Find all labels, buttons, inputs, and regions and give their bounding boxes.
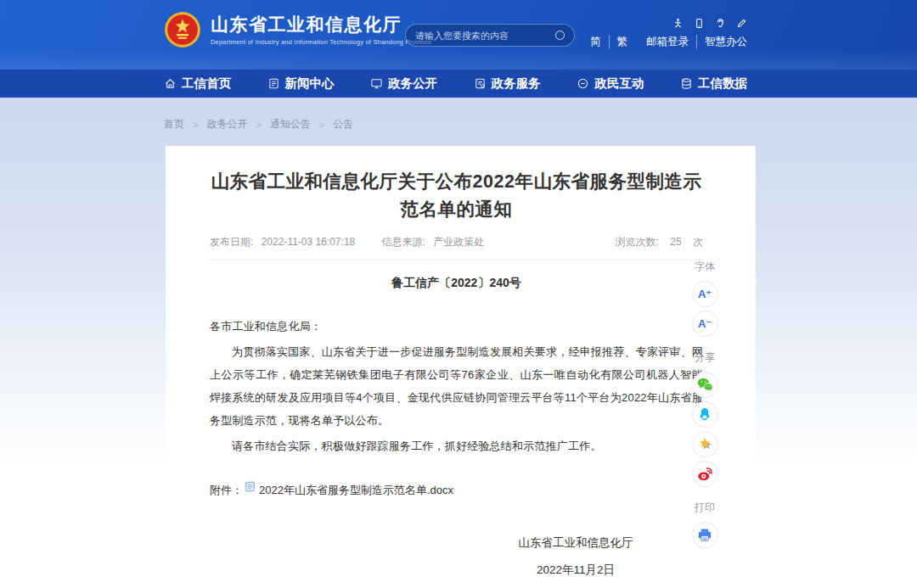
search-input[interactable] <box>415 31 555 41</box>
attachment-label: 附件： <box>210 483 243 498</box>
article-title: 山东省工业和信息化厅关于公布2022年山东省服务型制造示范名单的通知 <box>210 168 703 224</box>
nav-item-gov-service[interactable]: 政务服务 <box>474 76 541 92</box>
print-button[interactable] <box>692 522 718 548</box>
side-toolbar: 字体 A⁺ A⁻ 分享 <box>688 260 722 552</box>
share-wechat-button[interactable] <box>692 372 718 398</box>
font-increase-button[interactable]: A⁺ <box>692 281 718 307</box>
nav-item-interaction[interactable]: 政民互动 <box>577 76 644 92</box>
source: 产业政策处 <box>433 236 484 248</box>
paragraph-2: 请各市结合实际，积极做好跟踪服务工作，抓好经验总结和示范推广工作。 <box>210 434 703 457</box>
wechat-icon <box>696 376 714 394</box>
content-area: 首页 > 政务公开 > 通知公告 > 公告 山东省工业和信息化厅关于公布2022… <box>0 98 917 588</box>
breadcrumb-notices[interactable]: 通知公告 <box>270 117 311 132</box>
main-nav: 工信首页 新闻中心 政务公开 政务服务 政民互动 工信数据 <box>0 70 917 98</box>
font-decrease-button[interactable]: A⁻ <box>692 311 718 337</box>
font-label: 字体 <box>695 260 715 274</box>
site-header: 山东省工业和信息化厅 Department of Industry and In… <box>0 0 917 70</box>
publish-date: 2022-11-03 16:07:18 <box>262 236 356 248</box>
attachment-link[interactable]: 2022年山东省服务型制造示范名单.docx <box>259 483 453 498</box>
header-utility: 简 繁 邮箱登录 智慧办公 <box>590 18 747 49</box>
print-label: 打印 <box>695 501 715 515</box>
page: 山东省工业和信息化厅 Department of Industry and In… <box>0 0 917 588</box>
breadcrumb-home[interactable]: 首页 <box>164 117 184 132</box>
link-smart-office[interactable]: 智慧办公 <box>696 35 747 49</box>
breadcrumb: 首页 > 政务公开 > 通知公告 > 公告 <box>164 117 353 132</box>
share-weibo-button[interactable] <box>692 461 718 487</box>
link-mail-login[interactable]: 邮箱登录 <box>646 35 689 49</box>
article-card: 山东省工业和信息化厅关于公布2022年山东省服务型制造示范名单的通知 发布日期:… <box>166 146 756 588</box>
weibo-icon <box>696 465 714 483</box>
site-subtitle: Department of Industry and Information T… <box>211 38 431 46</box>
breadcrumb-separator: > <box>193 120 198 130</box>
qzone-icon <box>696 435 714 453</box>
accessibility-icon[interactable] <box>672 18 684 29</box>
voice-icon[interactable] <box>715 18 726 29</box>
doc-icon <box>245 481 255 492</box>
views-label: 浏览次数: <box>616 236 659 248</box>
site-title: 山东省工业和信息化厅 <box>211 14 431 36</box>
signature-block: 山东省工业和信息化厅 2022年11月2日 <box>508 535 644 578</box>
nav-item-gov-disclosure[interactable]: 政务公开 <box>370 76 437 92</box>
edit-icon[interactable] <box>736 18 747 29</box>
quick-icons <box>590 18 747 29</box>
attachment-row: 附件： 2022年山东省服务型制造示范名单.docx <box>210 483 703 498</box>
nav-item-data[interactable]: 工信数据 <box>680 76 747 92</box>
database-icon <box>680 77 693 90</box>
breadcrumb-announcement[interactable]: 公告 <box>333 117 353 132</box>
site-brand: 山东省工业和信息化厅 Department of Industry and In… <box>164 11 431 48</box>
salutation: 各市工业和信息化局： <box>210 315 703 338</box>
article-meta: 发布日期: 2022-11-03 16:07:18 信息来源: 产业政策处 浏览… <box>210 235 703 260</box>
breadcrumb-separator: > <box>256 120 261 130</box>
quick-links: 简 繁 邮箱登录 智慧办公 <box>590 35 747 49</box>
signature-org: 山东省工业和信息化厅 <box>519 535 633 551</box>
publish-date-label: 发布日期: <box>210 236 253 248</box>
views-count: 25 <box>670 236 681 248</box>
interaction-icon <box>577 77 589 90</box>
monitor-icon <box>370 77 383 90</box>
service-icon <box>474 77 487 90</box>
news-icon <box>267 77 280 90</box>
share-qq-button[interactable] <box>692 401 718 428</box>
breadcrumb-separator: > <box>319 120 324 130</box>
search-icon[interactable] <box>555 31 565 40</box>
source-label: 信息来源: <box>382 236 425 248</box>
signature-date: 2022年11月2日 <box>537 563 615 578</box>
document-number: 鲁工信产〔2022〕240号 <box>210 276 703 291</box>
breadcrumb-gov-disclosure[interactable]: 政务公开 <box>206 117 247 132</box>
printer-icon <box>696 527 713 544</box>
link-simplified-chinese[interactable]: 简 <box>590 35 601 49</box>
nav-item-news[interactable]: 新闻中心 <box>267 76 335 92</box>
share-label: 分享 <box>695 350 715 365</box>
site-search[interactable] <box>405 24 575 47</box>
link-traditional-chinese[interactable]: 繁 <box>609 35 628 49</box>
mobile-icon[interactable] <box>694 18 705 29</box>
home-icon <box>164 77 177 90</box>
views-unit: 次 <box>693 236 703 248</box>
share-qzone-button[interactable] <box>692 431 718 457</box>
paragraph-1: 为贯彻落实国家、山东省关于进一步促进服务型制造发展相关要求，经申报推荐、专家评审… <box>210 340 703 432</box>
nav-item-home[interactable]: 工信首页 <box>164 76 231 92</box>
national-emblem-logo <box>164 11 201 48</box>
qq-icon <box>696 406 713 423</box>
